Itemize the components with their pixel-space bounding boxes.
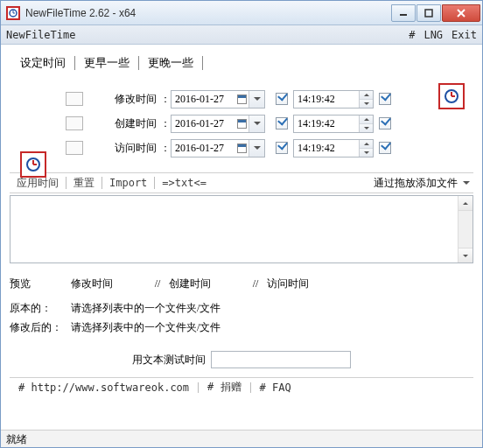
row-create: 创建时间 ： 2016-01-27 14:19:42 bbox=[10, 111, 473, 136]
menu-lng[interactable]: LNG bbox=[424, 29, 443, 41]
enable-access-box[interactable] bbox=[66, 141, 83, 155]
client-area: 设定时间 更早一些 更晚一些 修改时间 ： 2016-01-27 bbox=[1, 45, 482, 430]
date-picker-create[interactable]: 2016-01-27 bbox=[171, 115, 265, 133]
original-value: 请选择列表中的一个文件夹/文件 bbox=[71, 298, 220, 318]
time-picker-modify[interactable]: 14:19:42 bbox=[293, 90, 374, 108]
app-icon bbox=[6, 6, 20, 20]
original-label: 原本的： bbox=[10, 298, 71, 318]
mode-tabs: 设定时间 更早一些 更晚一些 bbox=[17, 53, 473, 73]
scroll-up-icon[interactable] bbox=[458, 196, 472, 211]
check-date-access[interactable] bbox=[276, 142, 288, 154]
check-time-create[interactable] bbox=[379, 117, 391, 130]
chevron-down-icon bbox=[463, 181, 470, 185]
scroll-down-icon[interactable] bbox=[458, 248, 472, 262]
scrollbar[interactable] bbox=[458, 196, 472, 262]
close-button[interactable] bbox=[442, 4, 480, 22]
clock-icon-button-left[interactable] bbox=[20, 151, 46, 178]
tab-earlier[interactable]: 更早一些 bbox=[80, 53, 133, 73]
app-window: NewFileTime 2.62 - x64 NewFileTime # LNG… bbox=[0, 0, 483, 448]
date-drop-icon[interactable] bbox=[248, 116, 264, 132]
file-list[interactable] bbox=[10, 195, 473, 263]
drag-add-dropdown[interactable]: 通过拖放添加文件 bbox=[374, 176, 473, 191]
time-picker-access[interactable]: 14:19:42 bbox=[293, 139, 374, 158]
check-time-modify[interactable] bbox=[379, 93, 391, 105]
check-time-access[interactable] bbox=[379, 142, 391, 154]
import-button[interactable]: Import bbox=[102, 177, 154, 189]
check-date-create[interactable] bbox=[276, 117, 288, 130]
tab-set-time[interactable]: 设定时间 bbox=[17, 53, 69, 73]
date-picker-modify[interactable]: 2016-01-27 bbox=[171, 90, 265, 108]
footer-links: # http://www.softwareok.com # 捐赠 # FAQ bbox=[10, 377, 473, 396]
preview-area: 预览 修改时间 // 创建时间 // 访问时间 原本的： 请选择列表中的一个文件… bbox=[10, 274, 473, 337]
menu-exit[interactable]: Exit bbox=[452, 29, 477, 41]
clock-icon-button-right[interactable] bbox=[438, 83, 465, 109]
window-title: NewFileTime 2.62 - x64 bbox=[25, 7, 390, 19]
menu-hash[interactable]: # bbox=[409, 29, 415, 41]
after-value: 请选择列表中的一个文件夹/文件 bbox=[71, 318, 220, 337]
footer-url[interactable]: # http://www.softwareok.com bbox=[18, 382, 189, 394]
time-spinner[interactable] bbox=[359, 91, 373, 108]
enable-modify-box[interactable] bbox=[66, 92, 83, 106]
footer-donate[interactable]: # 捐赠 bbox=[207, 380, 241, 395]
date-picker-access[interactable]: 2016-01-27 bbox=[171, 139, 265, 158]
after-label: 修改后的： bbox=[10, 318, 71, 337]
test-label: 用文本测试时间 bbox=[132, 353, 206, 368]
reset-button[interactable]: 重置 bbox=[66, 176, 102, 191]
app-name-label: NewFileTime bbox=[6, 29, 75, 41]
label-access: 访问时间 bbox=[88, 141, 157, 156]
enable-create-box[interactable] bbox=[66, 116, 83, 130]
footer-faq[interactable]: # FAQ bbox=[260, 382, 291, 394]
apply-time-button[interactable]: 应用时间 bbox=[10, 176, 66, 191]
calendar-icon bbox=[237, 119, 247, 129]
date-drop-icon[interactable] bbox=[248, 140, 264, 157]
datetime-rows: 修改时间 ： 2016-01-27 14:19:42 创建时间 ： bbox=[10, 87, 473, 160]
minimize-button[interactable] bbox=[391, 4, 416, 22]
export-txt-button[interactable]: =>txt<= bbox=[155, 177, 214, 189]
time-spinner[interactable] bbox=[359, 116, 373, 132]
menubar: NewFileTime # LNG Exit bbox=[1, 25, 482, 45]
time-picker-create[interactable]: 14:19:42 bbox=[293, 115, 374, 133]
test-row: 用文本测试时间 bbox=[10, 351, 473, 368]
label-modify: 修改时间 bbox=[88, 92, 157, 107]
tab-later[interactable]: 更晚一些 bbox=[144, 53, 197, 73]
calendar-icon bbox=[237, 94, 247, 104]
status-bar: 就绪 bbox=[1, 430, 482, 447]
preview-header-label: 预览 bbox=[10, 274, 71, 293]
date-drop-icon[interactable] bbox=[248, 91, 264, 108]
list-toolbar: 应用时间 重置 Import =>txt<= 通过拖放添加文件 bbox=[10, 172, 473, 193]
check-date-modify[interactable] bbox=[276, 93, 288, 105]
maximize-button[interactable] bbox=[416, 4, 441, 22]
row-access: 访问时间 ： 2016-01-27 14:19:42 bbox=[10, 136, 473, 160]
row-modify: 修改时间 ： 2016-01-27 14:19:42 bbox=[10, 87, 473, 111]
calendar-icon bbox=[237, 144, 247, 153]
test-time-input[interactable] bbox=[211, 351, 351, 368]
svg-rect-5 bbox=[425, 10, 432, 17]
titlebar[interactable]: NewFileTime 2.62 - x64 bbox=[1, 1, 482, 25]
label-create: 创建时间 bbox=[88, 116, 157, 131]
time-spinner[interactable] bbox=[359, 140, 373, 157]
